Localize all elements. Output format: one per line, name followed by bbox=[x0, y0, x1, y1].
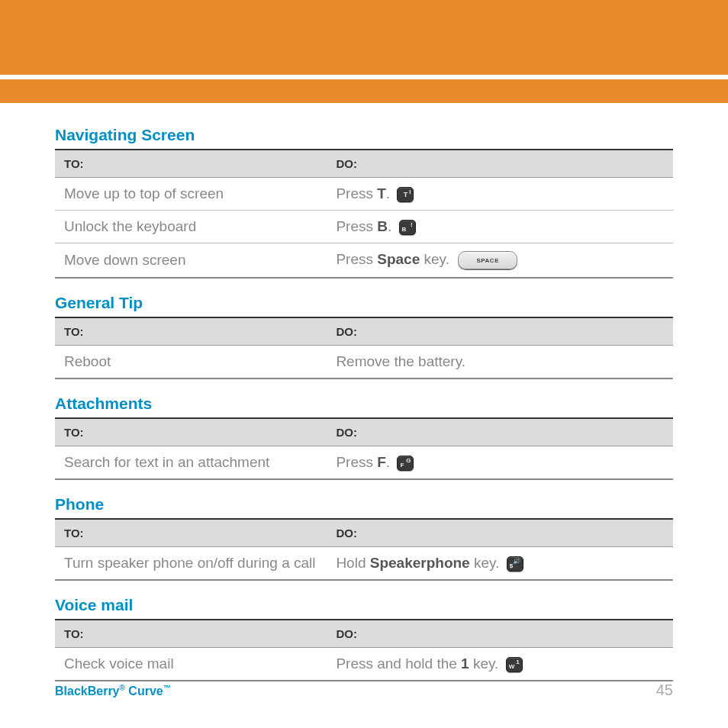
section-title-phone: Phone bbox=[55, 495, 673, 514]
table-row: Turn speaker phone on/off during a call … bbox=[55, 547, 673, 581]
table-navigating-screen: TO: DO: Move up to top of screen Press T… bbox=[55, 149, 673, 279]
section-title-voice-mail: Voice mail bbox=[55, 596, 673, 614]
table-row: Reboot Remove the battery. bbox=[55, 346, 673, 379]
table-row: Move down screen Press Space key. SPACE bbox=[55, 243, 673, 279]
th-to: TO: bbox=[55, 620, 327, 648]
cell-do: Press T. IT bbox=[327, 178, 673, 211]
brand-text: BlackBerry® Curve™ bbox=[55, 684, 171, 698]
cell-do: Remove the battery. bbox=[327, 346, 673, 379]
cell-do: Hold Speakerphone key. 🔊$ bbox=[327, 547, 673, 581]
cell-do: Press F. GF bbox=[327, 446, 673, 480]
key-f-icon: GF bbox=[397, 456, 414, 471]
th-to: TO: bbox=[55, 317, 327, 346]
page-number: 45 bbox=[656, 681, 673, 699]
section-title-attachments: Attachments bbox=[55, 395, 673, 413]
header-band bbox=[0, 0, 728, 103]
th-to: TO: bbox=[55, 150, 327, 178]
cell-do: Press and hold the 1 key. 1W bbox=[327, 648, 673, 681]
table-attachments: TO: DO: Search for text in an attachment… bbox=[55, 417, 673, 480]
th-do: DO: bbox=[327, 317, 673, 346]
th-do: DO: bbox=[327, 620, 673, 648]
cell-to: Check voice mail bbox=[55, 648, 327, 681]
th-do: DO: bbox=[327, 418, 673, 446]
key-speakerphone-icon: 🔊$ bbox=[507, 556, 523, 572]
cell-to: Turn speaker phone on/off during a call bbox=[55, 547, 327, 581]
key-b-icon: !B bbox=[399, 220, 416, 235]
cell-do: Press B. !B bbox=[327, 211, 673, 243]
cell-do: Press Space key. SPACE bbox=[327, 243, 673, 279]
th-to: TO: bbox=[55, 418, 327, 446]
key-t-icon: IT bbox=[397, 187, 414, 202]
table-row: Check voice mail Press and hold the 1 ke… bbox=[55, 648, 673, 681]
cell-to: Search for text in an attachment bbox=[55, 446, 327, 480]
table-general-tip: TO: DO: Reboot Remove the battery. bbox=[55, 317, 673, 379]
table-row: Move up to top of screen Press T. IT bbox=[55, 178, 673, 211]
table-row: Unlock the keyboard Press B. !B bbox=[55, 211, 673, 243]
content-area: Navigating Screen TO: DO: Move up to top… bbox=[0, 103, 728, 681]
section-title-navigating-screen: Navigating Screen bbox=[55, 126, 673, 144]
cell-to: Reboot bbox=[55, 346, 327, 379]
th-to: TO: bbox=[55, 519, 327, 547]
table-row: Search for text in an attachment Press F… bbox=[55, 446, 673, 480]
table-voice-mail: TO: DO: Check voice mail Press and hold … bbox=[55, 619, 673, 681]
th-do: DO: bbox=[327, 150, 673, 178]
section-title-general-tip: General Tip bbox=[55, 294, 673, 312]
footer: BlackBerry® Curve™ 45 bbox=[55, 681, 673, 699]
header-divider bbox=[0, 75, 728, 79]
cell-to: Move up to top of screen bbox=[55, 178, 327, 211]
th-do: DO: bbox=[327, 519, 673, 547]
cell-to: Move down screen bbox=[55, 243, 327, 279]
key-1-icon: 1W bbox=[506, 657, 523, 672]
cell-to: Unlock the keyboard bbox=[55, 211, 327, 243]
key-space-icon: SPACE bbox=[458, 251, 517, 269]
table-phone: TO: DO: Turn speaker phone on/off during… bbox=[55, 518, 673, 581]
